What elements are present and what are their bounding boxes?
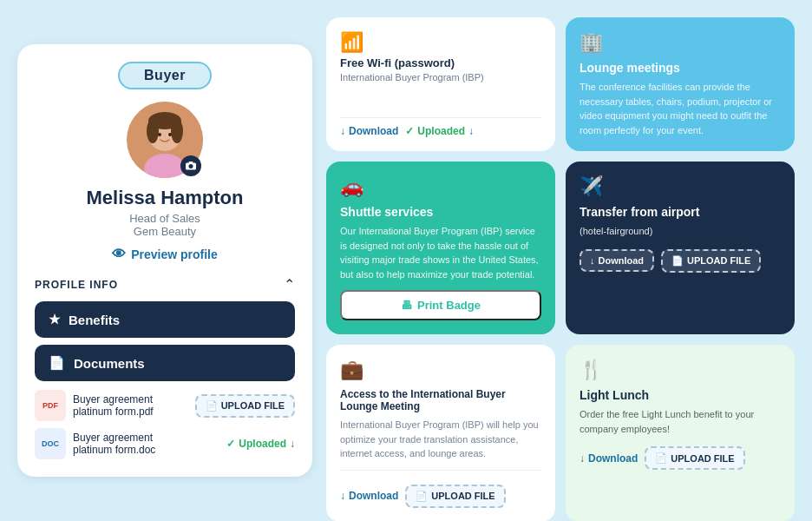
lounge-access-download-button[interactable]: ↓ Download bbox=[340, 490, 398, 502]
lunch-upload-button[interactable]: 📄 UPLOAD FILE bbox=[645, 446, 744, 470]
documents-list: PDF Buyer agreementplatinum form.pdf 📄 U… bbox=[35, 390, 295, 459]
lunch-icon: 🍴 bbox=[580, 359, 781, 381]
wifi-check-icon: ✓ bbox=[405, 125, 414, 137]
documents-button[interactable]: 📄 Documents bbox=[35, 345, 295, 381]
upload-pdf-button[interactable]: 📄 UPLOAD FILE bbox=[195, 394, 295, 418]
lunch-title: Light Lunch bbox=[580, 388, 781, 402]
lounge-access-download-label: Download bbox=[349, 490, 398, 502]
svg-point-7 bbox=[168, 133, 172, 136]
lounge-access-icon: 💼 bbox=[340, 359, 541, 381]
pdf-icon: PDF bbox=[35, 390, 66, 421]
lunch-actions: ↓ Download 📄 UPLOAD FILE bbox=[580, 446, 781, 470]
lounge-access-title: Access to the International Buyer Lounge… bbox=[340, 388, 541, 412]
profile-info-label: PROFILE INFO bbox=[35, 279, 118, 291]
lounge-access-desc: International Buyer Program (IBP) will h… bbox=[340, 418, 541, 461]
check-icon: ✓ bbox=[226, 438, 235, 450]
wifi-uploaded-label: Uploaded bbox=[417, 125, 465, 137]
shuttle-desc: Our International Buyer Program (IBP) se… bbox=[340, 224, 541, 281]
lounge-access-upload-button[interactable]: 📄 UPLOAD FILE bbox=[405, 485, 505, 508]
profile-title: Head of Sales bbox=[129, 212, 200, 225]
download-wifi-icon: ↓ bbox=[340, 125, 345, 137]
transfer-subtitle: (hotel-fairground) bbox=[580, 224, 781, 239]
transfer-upload-label: UPLOAD FILE bbox=[687, 255, 750, 266]
uploaded-label-doc: Uploaded bbox=[239, 438, 286, 450]
download-doc-icon[interactable]: ↓ bbox=[290, 438, 295, 450]
transfer-upload-button[interactable]: 📄 UPLOAD FILE bbox=[661, 249, 761, 273]
wifi-title: Free Wi-fi (password) bbox=[340, 56, 541, 69]
star-icon: ★ bbox=[49, 312, 60, 327]
transfer-icon: ✈️ bbox=[580, 175, 781, 198]
lunch-desc: Order the free Light Lunch benefit to yo… bbox=[580, 407, 781, 436]
lunch-download-button[interactable]: ↓ Download bbox=[580, 452, 638, 465]
lounge-access-upload-label: UPLOAD FILE bbox=[431, 491, 494, 501]
shuttle-icon: 🚗 bbox=[340, 175, 541, 198]
lounge-desc: The conference facilities can provide th… bbox=[580, 80, 781, 137]
lounge-card: 🏢 Lounge meetings The conference facilit… bbox=[566, 17, 795, 151]
avatar-wrap bbox=[127, 102, 203, 178]
transfer-download-label: Download bbox=[599, 255, 645, 266]
wifi-icon: 📶 bbox=[340, 31, 541, 54]
profile-info-header: PROFILE INFO ⌃ bbox=[35, 276, 295, 293]
wifi-actions: ↓ Download ✓ Uploaded ↓ bbox=[340, 117, 541, 137]
transfer-download-icon: ↓ bbox=[590, 255, 595, 266]
wifi-subtitle: International Buyer Program (IBP) bbox=[340, 72, 541, 82]
svg-point-5 bbox=[171, 119, 183, 143]
shuttle-card: 🚗 Shuttle services Our International Buy… bbox=[326, 162, 555, 334]
wifi-card-top: 📶 Free Wi-fi (password) International Bu… bbox=[340, 31, 541, 82]
camera-icon[interactable] bbox=[180, 155, 201, 176]
doc-type-icon: DOC bbox=[35, 428, 66, 459]
left-panel: Buyer bbox=[17, 44, 312, 477]
buyer-badge: Buyer bbox=[118, 62, 212, 89]
lounge-access-download-icon: ↓ bbox=[340, 490, 345, 502]
preview-profile-label: Preview profile bbox=[131, 247, 218, 261]
transfer-card: ✈️ Transfer from airport (hotel-fairgrou… bbox=[566, 162, 795, 334]
chevron-up-icon[interactable]: ⌃ bbox=[284, 276, 295, 293]
wifi-card: 📶 Free Wi-fi (password) International Bu… bbox=[326, 17, 555, 151]
right-panel: 📶 Free Wi-fi (password) International Bu… bbox=[326, 17, 795, 504]
transfer-title: Transfer from airport bbox=[580, 205, 781, 219]
documents-label: Documents bbox=[74, 356, 145, 371]
svg-point-4 bbox=[147, 119, 159, 143]
wifi-uploaded-badge: ✓ Uploaded ↓ bbox=[405, 125, 474, 137]
transfer-download-button[interactable]: ↓ Download bbox=[580, 249, 654, 272]
print-badge-label: Print Badge bbox=[417, 299, 481, 312]
benefits-label: Benefits bbox=[69, 313, 120, 327]
doc-name-pdf: Buyer agreementplatinum form.pdf bbox=[73, 393, 188, 418]
doc-icon: 📄 bbox=[49, 355, 65, 371]
lunch-download-icon: ↓ bbox=[580, 452, 585, 465]
transfer-actions: ↓ Download 📄 UPLOAD FILE bbox=[580, 249, 781, 273]
transfer-upload-icon: 📄 bbox=[671, 255, 684, 267]
upload-icon-pdf: 📄 bbox=[206, 400, 218, 412]
lounge-access-upload-icon: 📄 bbox=[416, 491, 428, 502]
shuttle-title: Shuttle services bbox=[340, 205, 541, 219]
lounge-access-card: 💼 Access to the International Buyer Loun… bbox=[326, 345, 555, 521]
profile-company: Gem Beauty bbox=[134, 225, 196, 238]
lounge-access-actions: ↓ Download 📄 UPLOAD FILE bbox=[340, 485, 541, 508]
print-badge-button[interactable]: 🖶 Print Badge bbox=[340, 290, 541, 320]
preview-profile-button[interactable]: 👁 Preview profile bbox=[112, 247, 218, 262]
doc-name-doc: Buyer agreementplatinum form.doc bbox=[73, 432, 219, 456]
lunch-card: 🍴 Light Lunch Order the free Light Lunch… bbox=[566, 345, 795, 521]
wifi-download-arrow[interactable]: ↓ bbox=[468, 125, 474, 137]
wifi-download-button[interactable]: ↓ Download bbox=[340, 125, 398, 137]
profile-name: Melissa Hampton bbox=[87, 187, 244, 209]
uploaded-badge-doc: ✓ Uploaded ↓ bbox=[226, 438, 295, 450]
wifi-download-label: Download bbox=[349, 125, 398, 137]
svg-point-9 bbox=[189, 164, 193, 168]
lounge-icon: 🏢 bbox=[580, 31, 781, 54]
svg-rect-10 bbox=[189, 162, 193, 163]
benefits-button[interactable]: ★ Benefits bbox=[35, 301, 295, 338]
doc-item-doc: DOC Buyer agreementplatinum form.doc ✓ U… bbox=[35, 428, 295, 459]
lounge-title: Lounge meetings bbox=[580, 61, 781, 75]
lunch-upload-icon: 📄 bbox=[655, 452, 667, 464]
lunch-download-label: Download bbox=[588, 452, 638, 465]
lunch-upload-label: UPLOAD FILE bbox=[671, 453, 734, 464]
svg-point-6 bbox=[158, 133, 161, 136]
print-icon: 🖶 bbox=[401, 299, 412, 312]
doc-item-pdf: PDF Buyer agreementplatinum form.pdf 📄 U… bbox=[35, 390, 295, 421]
eye-icon: 👁 bbox=[112, 247, 126, 262]
upload-pdf-label: UPLOAD FILE bbox=[221, 400, 285, 411]
